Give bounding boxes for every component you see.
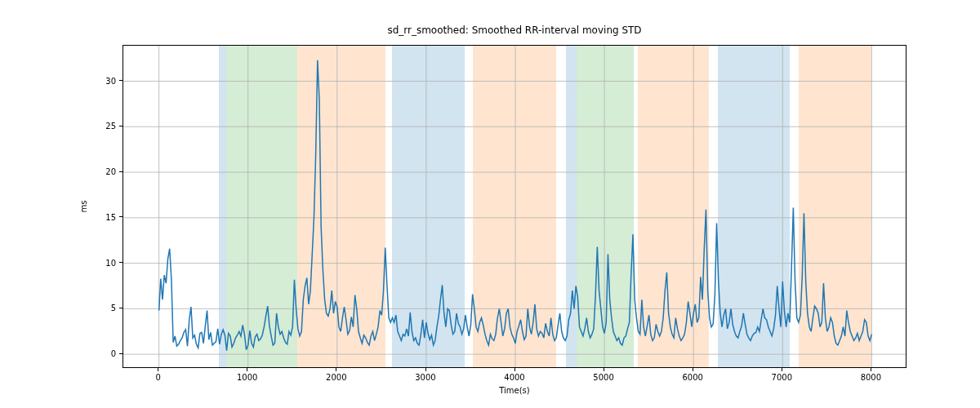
xtick-label: 7000 [772,373,792,382]
xtick-label: 8000 [861,373,881,382]
data-line [159,60,872,351]
ytick-label: 30 [91,76,116,85]
ytick-label: 10 [91,258,116,267]
xtick-label: 4000 [504,373,524,382]
ytick-label: 0 [91,349,116,358]
ytick-label: 5 [91,304,116,313]
figure: sd_rr_smoothed: Smoothed RR-interval mov… [0,0,980,408]
y-axis-label: ms [79,45,88,368]
plot-area [122,45,906,368]
chart-title: sd_rr_smoothed: Smoothed RR-interval mov… [122,24,906,36]
data-line-layer [123,46,906,368]
ytick-label: 15 [91,212,116,221]
ytick-label: 25 [91,122,116,131]
xtick-label: 5000 [593,373,613,382]
xtick-label: 6000 [682,373,702,382]
xtick-label: 2000 [326,373,346,382]
xtick-label: 0 [155,373,160,382]
xtick-label: 3000 [415,373,435,382]
ytick-label: 20 [91,167,116,176]
x-axis-label: Time(s) [122,386,906,395]
xtick-label: 1000 [237,373,257,382]
